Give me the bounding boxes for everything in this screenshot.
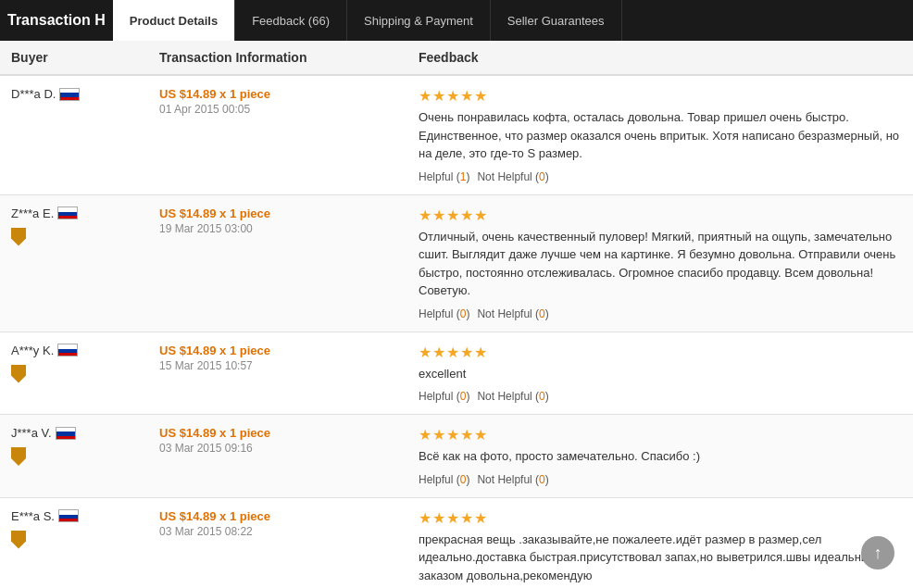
- transaction-price: US $14.89 x 1 piece: [159, 344, 419, 357]
- table-body: D***a D. US $14.89 x 1 piece 01 Apr 2015…: [0, 76, 913, 588]
- helpful-row: Helpful (0) Not Helpful (0): [419, 473, 902, 486]
- table-row: E***a S. US $14.89 x 1 piece 03 Mar 2015…: [0, 498, 913, 589]
- star-rating: ★★★★★: [419, 344, 902, 361]
- flag-icon: [58, 509, 79, 522]
- transaction-cell: US $14.89 x 1 piece 19 Mar 2015 03:00: [159, 206, 419, 320]
- star-icon: ★: [432, 206, 445, 224]
- not-helpful-count: 0: [539, 170, 545, 183]
- buyer-label: A***y K.: [11, 344, 54, 357]
- transaction-price: US $14.89 x 1 piece: [159, 509, 419, 523]
- feedback-cell: ★★★★★ excellent Helpful (0) Not Helpful …: [419, 344, 902, 404]
- helpful-count: 0: [460, 473, 467, 486]
- col-transaction: Transaction Information: [159, 50, 419, 65]
- tab-bar: Product Details Feedback (66) Shipping &…: [113, 0, 622, 41]
- star-icon: ★: [460, 509, 473, 527]
- star-rating: ★★★★★: [419, 206, 902, 224]
- transaction-cell: US $14.89 x 1 piece 01 Apr 2015 00:05: [159, 87, 419, 183]
- helpful-row: Helpful (1) Not Helpful (0): [419, 170, 902, 183]
- medal-icon: [11, 447, 26, 466]
- star-icon: ★: [419, 206, 431, 224]
- star-rating: ★★★★★: [419, 426, 902, 444]
- star-icon: ★: [460, 426, 473, 444]
- buyer-label: Z***a E.: [11, 206, 54, 220]
- star-icon: ★: [446, 87, 459, 105]
- medal-icon: [11, 531, 26, 549]
- transaction-price: US $14.89 x 1 piece: [159, 206, 419, 220]
- buyer-cell: E***a S.: [11, 509, 159, 589]
- col-buyer: Buyer: [11, 50, 159, 65]
- star-icon: ★: [474, 344, 487, 361]
- tab-product-details[interactable]: Product Details: [113, 0, 235, 41]
- tab-feedback[interactable]: Feedback (66): [235, 0, 347, 41]
- medal-icon: [11, 365, 26, 383]
- scroll-top-button[interactable]: ↑: [861, 536, 894, 569]
- feedback-text: Всё как на фото, просто замечательно. Сп…: [419, 447, 902, 466]
- flag-icon: [57, 206, 78, 219]
- tab-shipping-payment[interactable]: Shipping & Payment: [347, 0, 491, 41]
- not-helpful-label: Not Helpful (0): [477, 307, 548, 320]
- buyer-cell: D***a D.: [11, 87, 159, 183]
- star-icon: ★: [474, 509, 487, 527]
- buyer-label: J***a V.: [11, 426, 52, 440]
- transaction-date: 03 Mar 2015 09:16: [159, 442, 419, 455]
- transaction-date: 19 Mar 2015 03:00: [159, 222, 419, 235]
- transaction-cell: US $14.89 x 1 piece 03 Mar 2015 08:22: [159, 509, 419, 589]
- feedback-text: Отличный, очень качественный пуловер! Мя…: [419, 228, 902, 300]
- star-rating: ★★★★★: [419, 509, 902, 527]
- table-header: Buyer Transaction Information Feedback: [0, 41, 913, 76]
- table-row: Z***a E. US $14.89 x 1 piece 19 Mar 2015…: [0, 195, 913, 332]
- tab-seller-guarantees[interactable]: Seller Guarantees: [491, 0, 622, 41]
- star-icon: ★: [474, 426, 487, 444]
- not-helpful-label: Not Helpful (0): [477, 473, 548, 486]
- feedback-text: excellent: [419, 365, 902, 383]
- feedback-text: прекрасная вещь .заказывайте,не пожалеет…: [419, 531, 902, 585]
- star-icon: ★: [432, 426, 445, 444]
- transaction-price: US $14.89 x 1 piece: [159, 87, 419, 101]
- buyer-cell: A***y K.: [11, 344, 159, 404]
- buyer-label: D***a D.: [11, 87, 56, 101]
- buyer-name: E***a S.: [11, 509, 159, 523]
- star-icon: ★: [419, 87, 431, 105]
- star-icon: ★: [446, 206, 459, 224]
- buyer-name: J***a V.: [11, 426, 159, 440]
- helpful-label: Helpful (0): [419, 390, 469, 403]
- col-feedback: Feedback: [419, 50, 902, 65]
- buyer-name: D***a D.: [11, 87, 159, 101]
- star-icon: ★: [446, 426, 459, 444]
- not-helpful-label: Not Helpful (0): [477, 390, 548, 403]
- feedback-cell: ★★★★★ Очень понравилась кофта, осталась …: [419, 87, 902, 183]
- star-icon: ★: [432, 344, 445, 361]
- feedback-cell: ★★★★★ Всё как на фото, просто замечатель…: [419, 426, 902, 486]
- scroll-top-icon: ↑: [874, 544, 882, 563]
- star-rating: ★★★★★: [419, 87, 902, 105]
- star-icon: ★: [460, 87, 473, 105]
- flag-icon: [57, 344, 78, 357]
- buyer-cell: J***a V.: [11, 426, 159, 486]
- feedback-cell: ★★★★★ Отличный, очень качественный пулов…: [419, 206, 902, 320]
- feedback-cell: ★★★★★ прекрасная вещь .заказывайте,не по…: [419, 509, 902, 589]
- not-helpful-count: 0: [539, 473, 545, 486]
- star-icon: ★: [432, 509, 445, 527]
- buyer-name: Z***a E.: [11, 206, 159, 220]
- star-icon: ★: [460, 206, 473, 224]
- star-icon: ★: [419, 344, 431, 361]
- star-icon: ★: [460, 344, 473, 361]
- helpful-count: 0: [460, 390, 467, 403]
- table-row: J***a V. US $14.89 x 1 piece 03 Mar 2015…: [0, 415, 913, 498]
- transaction-cell: US $14.89 x 1 piece 15 Mar 2015 10:57: [159, 344, 419, 404]
- buyer-label: E***a S.: [11, 509, 55, 523]
- star-icon: ★: [432, 87, 445, 105]
- helpful-label: Helpful (0): [419, 473, 469, 486]
- helpful-count: 0: [460, 307, 467, 320]
- flag-icon: [56, 427, 76, 440]
- helpful-count: 1: [460, 170, 467, 183]
- helpful-label: Helpful (0): [419, 307, 469, 320]
- transaction-date: 15 Mar 2015 10:57: [159, 359, 419, 372]
- not-helpful-count: 0: [539, 390, 545, 403]
- buyer-name: A***y K.: [11, 344, 159, 357]
- feedback-text: Очень понравилась кофта, осталась доволь…: [419, 108, 902, 163]
- star-icon: ★: [474, 206, 487, 224]
- transaction-cell: US $14.89 x 1 piece 03 Mar 2015 09:16: [159, 426, 419, 486]
- page-title: Transaction H: [7, 0, 113, 41]
- star-icon: ★: [419, 426, 431, 444]
